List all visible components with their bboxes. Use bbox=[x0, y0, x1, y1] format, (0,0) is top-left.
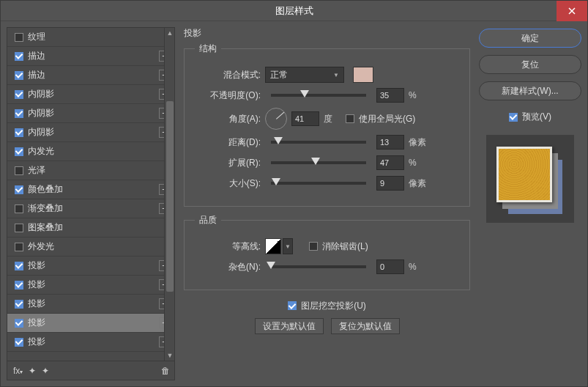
scrollbar[interactable]: ▲ ▼ bbox=[164, 28, 174, 361]
fx-icon[interactable]: fx▾ bbox=[13, 366, 23, 376]
ok-button[interactable]: 确定 bbox=[479, 29, 581, 48]
contour-caret[interactable]: ▼ bbox=[283, 238, 293, 254]
effect-row[interactable]: 外发光 bbox=[7, 237, 174, 257]
effects-footer: fx▾ ✦ ✦ 🗑 bbox=[7, 361, 174, 380]
size-unit: 像素 bbox=[409, 177, 426, 190]
preview-label: 预览(V) bbox=[522, 111, 551, 123]
scroll-down[interactable]: ▼ bbox=[165, 350, 175, 361]
effect-row[interactable]: 内阴影+ bbox=[7, 104, 174, 123]
effect-label: 投影 bbox=[28, 336, 155, 348]
effect-checkbox[interactable] bbox=[15, 338, 23, 347]
effect-checkbox[interactable] bbox=[15, 185, 23, 194]
set-default-button[interactable]: 设置为默认值 bbox=[255, 318, 324, 334]
effect-label: 纹理 bbox=[28, 31, 170, 43]
effect-checkbox[interactable] bbox=[15, 128, 23, 137]
layer-style-dialog: 图层样式 纹理描边+描边+内阴影+内阴影+内阴影+内发光光泽颜色叠加+渐变叠加+… bbox=[0, 0, 588, 387]
scroll-up[interactable]: ▲ bbox=[165, 28, 175, 38]
spread-label: 扩展(R): bbox=[195, 157, 261, 169]
new-style-button[interactable]: 新建样式(W)... bbox=[479, 81, 581, 100]
panel-title: 投影 bbox=[184, 27, 470, 40]
effect-checkbox[interactable] bbox=[15, 243, 23, 251]
effect-checkbox[interactable] bbox=[15, 281, 23, 290]
effect-label: 内发光 bbox=[28, 145, 170, 158]
effect-checkbox[interactable] bbox=[15, 204, 23, 213]
effect-row[interactable]: 内阴影+ bbox=[7, 85, 174, 104]
effect-row[interactable]: 描边+ bbox=[7, 66, 174, 85]
effect-label: 内阴影 bbox=[28, 107, 155, 119]
opacity-slider[interactable] bbox=[271, 94, 366, 97]
move-down-icon[interactable]: ✦ bbox=[42, 366, 49, 376]
size-slider[interactable] bbox=[271, 182, 366, 185]
effect-label: 光泽 bbox=[28, 164, 170, 177]
effect-row[interactable]: 图案叠加 bbox=[7, 218, 174, 237]
actions-column: 确定 复位 新建样式(W)... 预览(V) bbox=[479, 27, 581, 380]
effect-label: 投影 bbox=[28, 317, 155, 329]
effect-checkbox[interactable] bbox=[15, 52, 23, 61]
angle-unit: 度 bbox=[324, 113, 341, 125]
size-label: 大小(S): bbox=[195, 177, 261, 190]
effect-row[interactable]: 描边+ bbox=[7, 47, 174, 66]
close-button[interactable] bbox=[557, 1, 587, 21]
spread-input[interactable]: 47 bbox=[376, 155, 404, 170]
opacity-label: 不透明度(O): bbox=[195, 89, 261, 102]
effect-checkbox[interactable] bbox=[15, 90, 23, 99]
chevron-down-icon: ▼ bbox=[333, 72, 339, 78]
trash-icon[interactable]: 🗑 bbox=[161, 366, 170, 376]
effect-row[interactable]: 投影+ bbox=[7, 295, 174, 314]
angle-input[interactable]: 41 bbox=[291, 111, 319, 126]
effect-label: 外发光 bbox=[28, 240, 170, 253]
effect-label: 颜色叠加 bbox=[28, 183, 155, 196]
shadow-color-swatch[interactable] bbox=[353, 67, 373, 83]
effect-row[interactable]: 内阴影+ bbox=[7, 123, 174, 142]
knockout-checkbox[interactable] bbox=[288, 301, 297, 310]
effect-row[interactable]: 光泽 bbox=[7, 161, 174, 180]
effect-checkbox[interactable] bbox=[15, 109, 23, 118]
reset-button[interactable]: 复位 bbox=[479, 55, 581, 74]
move-up-icon[interactable]: ✦ bbox=[29, 366, 36, 376]
effect-row[interactable]: 纹理 bbox=[7, 28, 174, 47]
noise-input[interactable]: 0 bbox=[376, 259, 404, 274]
preview-checkbox[interactable] bbox=[509, 113, 518, 122]
reset-default-button[interactable]: 复位为默认值 bbox=[331, 318, 400, 334]
effect-row[interactable]: 内发光 bbox=[7, 142, 174, 161]
effect-checkbox[interactable] bbox=[15, 166, 23, 175]
effect-label: 渐变叠加 bbox=[28, 202, 155, 215]
effect-row[interactable]: 投影+ bbox=[7, 257, 174, 276]
scroll-thumb[interactable] bbox=[166, 101, 174, 292]
antialias-label: 消除锯齿(L) bbox=[322, 240, 368, 253]
effect-row[interactable]: 投影+ bbox=[7, 333, 174, 352]
effect-row[interactable]: 颜色叠加+ bbox=[7, 180, 174, 199]
global-light-checkbox[interactable] bbox=[346, 114, 354, 123]
effect-row[interactable]: 投影+ bbox=[7, 276, 174, 295]
quality-group: 品质 等高线: ▼ 消除锯齿(L) 杂色(N): 0 % bbox=[184, 214, 470, 290]
antialias-checkbox[interactable] bbox=[309, 242, 318, 251]
effect-checkbox[interactable] bbox=[15, 71, 23, 80]
distance-slider[interactable] bbox=[271, 141, 366, 144]
contour-picker[interactable] bbox=[265, 238, 281, 254]
global-light-label: 使用全局光(G) bbox=[359, 113, 415, 125]
quality-legend: 品质 bbox=[195, 214, 221, 226]
titlebar[interactable]: 图层样式 bbox=[1, 1, 587, 21]
opacity-input[interactable]: 35 bbox=[376, 88, 404, 103]
effect-checkbox[interactable] bbox=[15, 300, 23, 309]
window-title: 图层样式 bbox=[275, 4, 313, 18]
effect-row[interactable]: 投影+ bbox=[7, 314, 174, 333]
angle-dial[interactable] bbox=[265, 108, 287, 130]
distance-input[interactable]: 13 bbox=[376, 135, 404, 150]
distance-label: 距离(D): bbox=[195, 136, 261, 149]
effect-checkbox[interactable] bbox=[15, 224, 23, 232]
spread-slider[interactable] bbox=[271, 161, 366, 164]
effect-row[interactable]: 渐变叠加+ bbox=[7, 199, 174, 218]
effects-column: 纹理描边+描边+内阴影+内阴影+内阴影+内发光光泽颜色叠加+渐变叠加+图案叠加外… bbox=[7, 27, 175, 380]
effect-label: 内阴影 bbox=[28, 126, 155, 139]
size-input[interactable]: 9 bbox=[376, 176, 404, 191]
noise-slider[interactable] bbox=[271, 265, 366, 268]
blend-label: 混合模式: bbox=[195, 69, 261, 81]
effect-checkbox[interactable] bbox=[15, 33, 23, 42]
effect-checkbox[interactable] bbox=[15, 319, 23, 328]
opacity-unit: % bbox=[409, 90, 426, 100]
blend-mode-select[interactable]: 正常 ▼ bbox=[265, 67, 344, 83]
effect-checkbox[interactable] bbox=[15, 147, 23, 156]
effect-checkbox[interactable] bbox=[15, 262, 23, 270]
effect-label: 投影 bbox=[28, 279, 155, 291]
